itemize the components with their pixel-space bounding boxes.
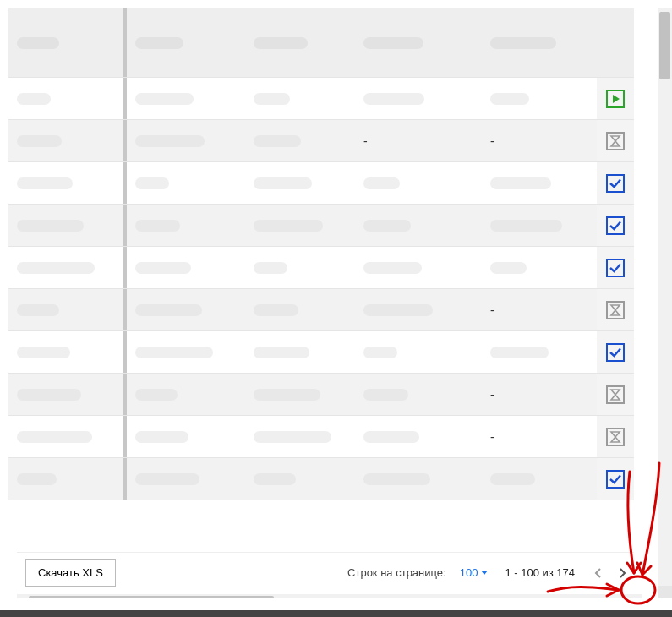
prev-page-button[interactable] — [587, 561, 610, 585]
page-size-select[interactable]: 100 — [460, 566, 489, 579]
column-header[interactable] — [127, 8, 245, 77]
scroll-corner[interactable] — [658, 586, 672, 598]
check-icon[interactable] — [605, 173, 626, 194]
table-cell — [245, 162, 355, 204]
cell-value: - — [490, 134, 494, 148]
status-cell — [597, 374, 634, 416]
hourglass-icon[interactable] — [605, 427, 626, 447]
page-range-text: 1 - 100 из 174 — [505, 566, 575, 579]
table-cell — [355, 458, 482, 500]
table-cell — [245, 331, 355, 373]
status-cell — [597, 331, 634, 374]
table-cell — [8, 247, 127, 288]
cell-value-redacted — [363, 220, 411, 232]
table-cell — [355, 78, 482, 119]
check-icon[interactable] — [605, 258, 626, 278]
check-icon[interactable] — [605, 469, 626, 489]
horizontal-scroll-thumb[interactable] — [29, 596, 274, 598]
cell-value: - — [490, 430, 494, 444]
table-row[interactable]: - — [8, 416, 634, 458]
table-row[interactable]: - — [8, 374, 634, 416]
table-row[interactable] — [8, 247, 634, 289]
dropdown-triangle-icon — [481, 571, 488, 575]
status-column — [597, 8, 634, 500]
table-cell — [127, 205, 245, 246]
table-cell — [245, 374, 355, 415]
cell-value-redacted — [254, 135, 301, 147]
table-cell — [245, 458, 355, 500]
svg-rect-6 — [607, 344, 624, 361]
svg-rect-3 — [607, 217, 624, 234]
hourglass-icon[interactable] — [605, 131, 626, 151]
table-row[interactable] — [8, 78, 634, 120]
cell-value-redacted — [17, 177, 73, 189]
header-text-redacted — [135, 37, 183, 49]
download-xls-button[interactable]: Скачать XLS — [25, 559, 116, 587]
svg-rect-9 — [607, 471, 624, 488]
table-cell — [8, 120, 127, 161]
table-cell — [127, 416, 245, 457]
next-page-button[interactable] — [610, 561, 634, 585]
table-cell — [127, 289, 245, 330]
cell-value-redacted — [254, 262, 287, 274]
cell-value-redacted — [17, 220, 84, 232]
table-row[interactable] — [8, 162, 634, 205]
table-cell — [482, 162, 600, 204]
cell-value-redacted — [17, 431, 92, 443]
hourglass-icon[interactable] — [605, 300, 626, 320]
cell-value: - — [490, 303, 494, 317]
table-row[interactable] — [8, 205, 634, 247]
table-cell — [8, 458, 127, 500]
cell-value-redacted — [363, 431, 419, 443]
column-header[interactable] — [355, 8, 482, 77]
table-cell — [8, 289, 127, 330]
cell-value-redacted — [135, 431, 188, 443]
table-row[interactable] — [8, 331, 634, 374]
rows-per-page-label: Строк на странице: — [347, 566, 446, 579]
window-bottom-edge — [0, 610, 672, 617]
table-cell — [127, 162, 245, 204]
status-cell — [597, 162, 634, 205]
table-row[interactable]: -- — [8, 120, 634, 162]
cell-value-redacted — [254, 177, 312, 189]
horizontal-scrollbar[interactable]: ◂ ▸ — [17, 594, 642, 598]
cell-value-redacted — [17, 135, 62, 147]
table-cell — [482, 247, 600, 288]
table-cell — [355, 289, 482, 330]
table-row[interactable]: - — [8, 289, 634, 331]
cell-value-redacted — [254, 304, 298, 316]
header-text-redacted — [17, 37, 59, 49]
table-cell — [245, 289, 355, 330]
vertical-scroll-thumb[interactable] — [659, 12, 670, 79]
table-row[interactable] — [8, 458, 634, 500]
cell-value-redacted — [254, 220, 323, 232]
scroll-left-arrow[interactable]: ◂ — [17, 594, 30, 598]
header-text-redacted — [363, 37, 423, 49]
cell-value-redacted — [490, 347, 549, 358]
vertical-scrollbar[interactable] — [658, 8, 672, 598]
table-cell — [8, 162, 127, 204]
cell-value-redacted — [254, 347, 309, 358]
table-cell — [245, 247, 355, 288]
cell-value-redacted — [135, 473, 199, 485]
column-header[interactable] — [482, 8, 600, 77]
table-footer: Скачать XLS Строк на странице: 100 1 - 1… — [17, 552, 634, 592]
table-cell — [127, 78, 245, 119]
page-size-value: 100 — [460, 566, 478, 579]
cell-value-redacted — [490, 220, 562, 232]
header-text-redacted — [490, 37, 556, 49]
check-icon[interactable] — [605, 216, 626, 236]
column-header[interactable] — [8, 8, 127, 77]
check-icon[interactable] — [605, 342, 626, 363]
data-grid: ----- — [8, 8, 634, 549]
status-cell — [597, 205, 634, 247]
svg-rect-4 — [607, 259, 624, 276]
column-header[interactable] — [245, 8, 355, 77]
hourglass-icon[interactable] — [605, 385, 626, 405]
cell-value-redacted — [135, 177, 169, 189]
table-cell — [355, 247, 482, 288]
cell-value-redacted — [135, 347, 213, 358]
scroll-right-arrow[interactable]: ▸ — [630, 594, 642, 598]
table-cell — [8, 205, 127, 246]
play-icon[interactable] — [605, 89, 626, 109]
